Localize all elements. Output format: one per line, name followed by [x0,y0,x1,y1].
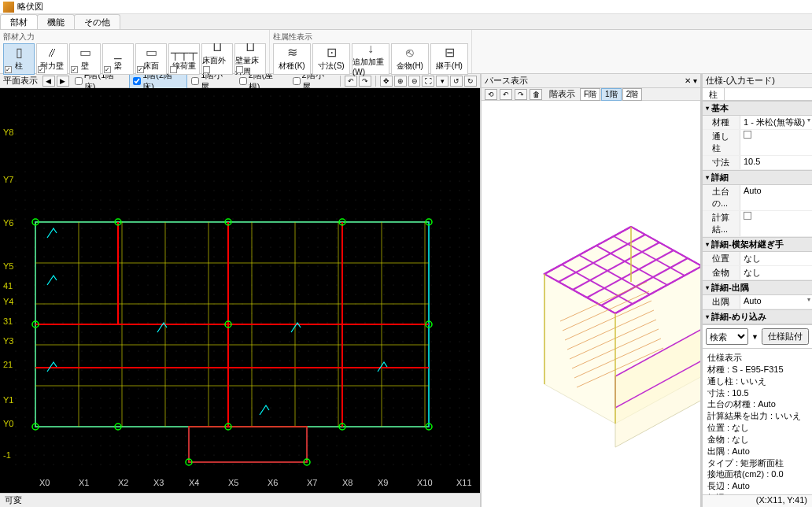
prop-section-1[interactable]: 詳細 [703,170,812,185]
svg-point-278 [72,455,73,456]
ribbon-group-input-title: 部材入力 [3,31,266,43]
svg-point-465 [120,332,120,333]
ribbon-input-2[interactable]: ▭壁✓ [69,43,101,75]
checkbox-icon[interactable] [744,212,751,220]
paste-spec-button[interactable]: 仕様貼付 [762,328,809,345]
svg-point-1800 [441,96,441,97]
plan-canvas[interactable]: X0X1X2X3X4X5X6X7X8X9X10X11-1Y0Y121Y331Y4… [0,88,480,493]
ribbon-attr-4[interactable]: ⊟継手(H) [430,43,468,75]
svg-point-1611 [393,200,394,201]
svg-point-280 [82,96,83,97]
checkbox-icon[interactable]: ✓ [104,66,111,73]
svg-point-575 [148,238,149,239]
svg-point-916 [223,436,224,437]
svg-point-706 [176,342,177,342]
pers-floor-0[interactable]: F階 [580,88,600,101]
svg-point-1237 [299,446,300,446]
prop-value[interactable] [740,130,812,155]
svg-point-812 [205,209,205,210]
ribbon-attr-3[interactable]: ⎋金物(H) [391,43,429,75]
ribbon-input-7[interactable]: ⊔壁量床外周 [234,43,266,75]
ribbon-input-4[interactable]: ▭床面✓ [135,43,167,75]
prop-section-3[interactable]: 詳細-出隅 [703,280,812,295]
ribbon-attr-1[interactable]: ⊡寸法(S) [312,43,350,75]
redo-btn[interactable]: ↷ [359,76,371,87]
plan-prev-btn[interactable]: ◀ [42,76,55,87]
checkbox-icon[interactable]: ✓ [71,66,78,73]
pan-btn[interactable]: ✥ [380,76,393,87]
pers-redo-btn[interactable]: ↷ [515,89,527,100]
ribbon-attr-0[interactable]: ≋材種(K) [273,43,311,75]
tab-2[interactable]: その他 [74,14,120,29]
zoom-out-btn[interactable]: ⊖ [408,76,421,87]
svg-point-851 [214,200,215,201]
prop-section-0[interactable]: 基本 [703,101,812,116]
rotate-right-btn[interactable]: ↻ [464,76,477,87]
prop-value[interactable] [740,211,812,236]
svg-text:Y7: Y7 [3,175,13,184]
checkbox-icon[interactable]: ✓ [137,66,144,73]
checkbox-icon[interactable] [203,66,210,73]
properties-tab[interactable]: 柱 [703,88,725,100]
pers-floor-2[interactable]: 2階 [622,88,643,101]
svg-point-86 [35,153,35,154]
tab-1[interactable]: 機能 [37,14,75,29]
tab-0[interactable]: 部材 [0,14,38,29]
svg-point-660 [167,285,168,286]
svg-point-820 [205,285,205,286]
svg-point-1770 [431,191,432,191]
zoom-in-btn[interactable]: ⊕ [394,76,407,87]
prop-section-4[interactable]: 詳細-めり込み [703,309,812,324]
perspective-canvas[interactable] [482,101,700,507]
svg-point-1846 [450,153,451,154]
ribbon-input-6[interactable]: ⊔床面外周 [201,43,233,75]
svg-point-580 [148,285,149,286]
rotate-left-btn[interactable]: ↺ [450,76,463,87]
ribbon-input-0[interactable]: ▯柱✓ [3,43,35,75]
prop-value[interactable]: 10.5 [740,156,812,169]
svg-point-928 [233,172,234,172]
search-select[interactable]: 検索 [706,328,748,345]
svg-point-1869 [450,370,451,371]
svg-point-1916 [460,436,460,437]
ribbon-input-5[interactable]: ┬┬┬線荷重 [168,43,200,75]
svg-point-1255 [308,238,309,239]
prop-value[interactable]: Auto [740,185,812,210]
undo-btn[interactable]: ↶ [345,76,357,87]
svg-point-1871 [450,389,451,390]
pin-icon[interactable]: ▾ [693,76,697,85]
svg-point-641 [167,105,168,106]
svg-point-1471 [356,389,356,390]
zoom-dd-btn[interactable]: ▾ [436,76,448,87]
prop-value[interactable]: なし [740,266,812,279]
svg-point-1602 [393,115,394,116]
svg-point-581 [148,294,149,295]
prop-value[interactable]: 1 - 米松(無等級) [740,116,812,129]
svg-point-1114 [271,417,271,418]
prop-section-2[interactable]: 詳細-横架材継ぎ手 [703,237,812,252]
checkbox-icon[interactable] [170,66,177,73]
ribbon-input-1[interactable]: ⫽耐力壁✓ [36,43,68,75]
prop-value[interactable]: Auto [740,295,812,309]
prop-value[interactable]: なし [740,252,812,265]
svg-point-1336 [327,247,328,248]
close-icon[interactable]: ✕ [685,76,691,85]
checkbox-icon[interactable]: ✓ [5,66,12,73]
svg-point-234 [63,417,64,418]
svg-point-900 [223,285,224,286]
svg-point-1202 [299,115,300,116]
svg-point-1351 [327,389,328,390]
plan-next-btn[interactable]: ▶ [57,76,69,87]
pers-floor-1[interactable]: 1階 [601,88,622,101]
zoom-fit-btn[interactable]: ⛶ [422,76,434,87]
ribbon-input-3[interactable]: ⎯梁✓ [102,43,134,75]
checkbox-icon[interactable] [744,131,751,139]
pers-delete-btn[interactable]: 🗑 [530,89,542,100]
checkbox-icon[interactable]: ✓ [38,66,45,73]
svg-point-1299 [318,276,319,276]
svg-point-1797 [431,446,432,446]
ribbon-attr-2[interactable]: ↓追加加重(W) [352,43,389,75]
pers-rotate-btn[interactable]: ⟲ [485,89,497,100]
pers-undo-btn[interactable]: ↶ [500,89,512,100]
checkbox-icon[interactable] [236,66,243,73]
